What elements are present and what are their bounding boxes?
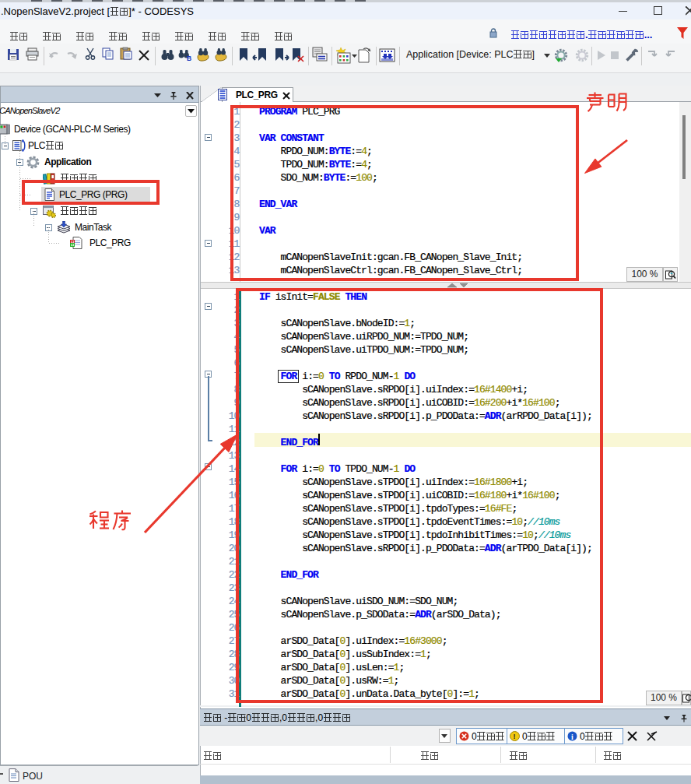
svg-text:i: i xyxy=(571,733,573,741)
svg-text:!: ! xyxy=(514,733,516,740)
svg-text:B: B xyxy=(187,54,191,62)
